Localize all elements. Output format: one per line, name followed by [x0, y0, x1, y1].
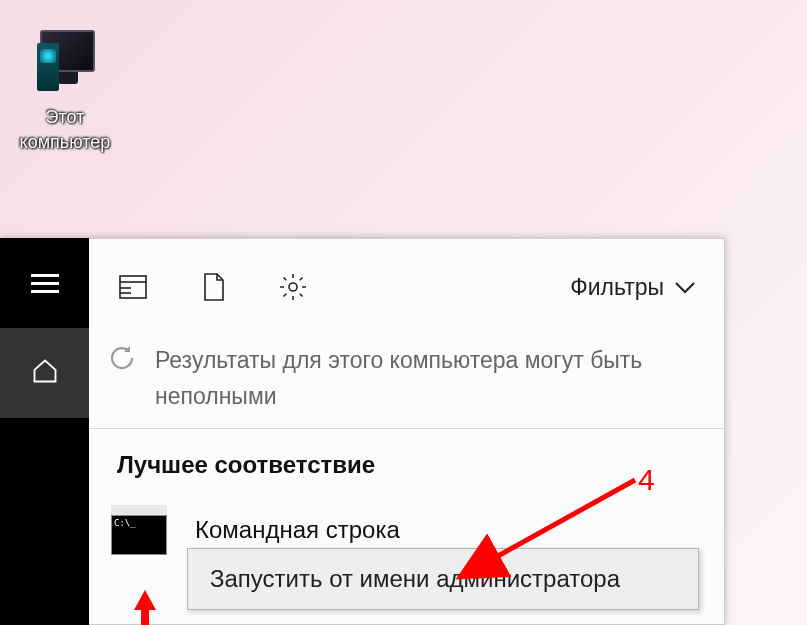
search-top-row: Фильтры [89, 239, 724, 335]
this-pc-icon [25, 25, 105, 100]
svg-rect-0 [120, 276, 146, 298]
chevron-down-icon [674, 274, 696, 301]
context-item-run-as-admin[interactable]: Запустить от имени администратора [188, 549, 698, 609]
settings-scope-button[interactable] [277, 271, 309, 303]
hamburger-button[interactable] [0, 238, 89, 328]
svg-point-4 [289, 283, 297, 291]
search-result-title: Командная строка [195, 516, 400, 544]
home-button[interactable] [0, 328, 89, 418]
apps-scope-button[interactable] [117, 271, 149, 303]
hamburger-icon [31, 269, 59, 298]
best-match-heading: Лучшее соответствие [89, 429, 724, 487]
home-icon [31, 357, 59, 389]
desktop-icon-label: Этот компьютер [10, 105, 120, 155]
filters-label: Фильтры [570, 274, 664, 301]
indexing-info-row: Результаты для этого компьютера могут бы… [89, 335, 724, 429]
indexing-info-text: Результаты для этого компьютера могут бы… [155, 343, 696, 414]
filters-dropdown[interactable]: Фильтры [570, 274, 696, 301]
documents-scope-button[interactable] [197, 271, 229, 303]
desktop-icon-this-pc[interactable]: Этот компьютер [10, 25, 120, 155]
context-menu: Запустить от имени администратора [187, 548, 699, 610]
left-rail [0, 238, 89, 625]
search-result-cmd[interactable]: Командная строка [89, 487, 724, 555]
cmd-icon [111, 505, 167, 555]
refresh-icon [107, 343, 137, 377]
